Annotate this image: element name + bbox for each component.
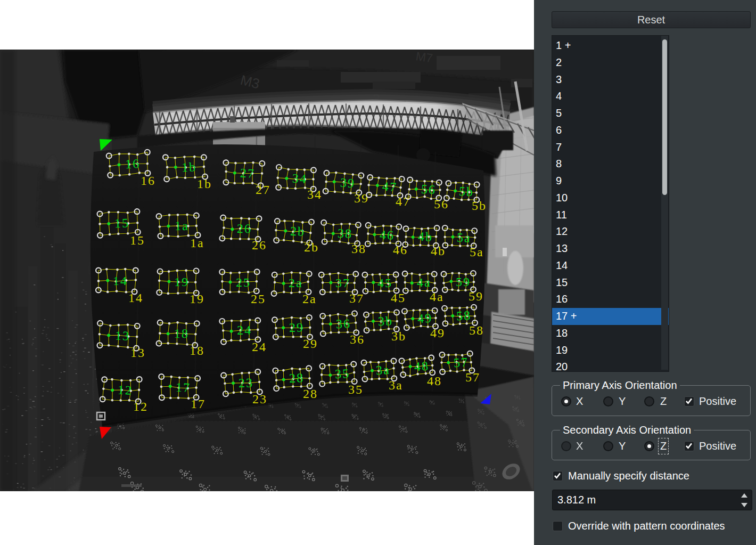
svg-text:3b: 3b — [378, 314, 393, 328]
svg-text:3a: 3a — [389, 378, 403, 392]
svg-text:38: 38 — [338, 226, 353, 241]
svg-text:2a: 2a — [302, 292, 317, 306]
svg-text:3b: 3b — [391, 329, 406, 343]
svg-text:49: 49 — [417, 311, 432, 326]
svg-text:5a: 5a — [470, 245, 484, 259]
svg-text:5b: 5b — [458, 184, 474, 199]
svg-text:1a: 1a — [175, 219, 189, 233]
svg-text:24: 24 — [237, 323, 252, 337]
svg-text:39: 39 — [340, 176, 356, 191]
svg-text:15: 15 — [114, 216, 130, 230]
svg-text:37: 37 — [349, 291, 364, 305]
svg-text:46: 46 — [380, 228, 395, 242]
svg-text:2b: 2b — [304, 240, 319, 254]
svg-text:17: 17 — [191, 397, 206, 411]
svg-text:28: 28 — [289, 371, 304, 385]
svg-text:36: 36 — [350, 332, 365, 346]
svg-text:14: 14 — [128, 291, 143, 305]
svg-text:4b: 4b — [418, 230, 433, 244]
svg-text:46: 46 — [393, 243, 408, 257]
svg-text:35: 35 — [334, 367, 350, 381]
svg-text:19: 19 — [174, 275, 189, 289]
svg-text:4a: 4a — [430, 290, 444, 304]
svg-text:29: 29 — [289, 320, 305, 335]
svg-text:34: 34 — [292, 172, 307, 186]
svg-text:57: 57 — [465, 370, 480, 384]
svg-text:59: 59 — [469, 289, 483, 303]
svg-text:17: 17 — [176, 380, 191, 395]
svg-text:16: 16 — [141, 174, 155, 188]
svg-text:M7: M7 — [415, 50, 433, 65]
svg-text:5b: 5b — [472, 199, 487, 213]
svg-text:37: 37 — [335, 276, 350, 290]
svg-text:24: 24 — [252, 340, 267, 354]
svg-text:59: 59 — [456, 275, 471, 289]
svg-text:16: 16 — [125, 157, 140, 171]
svg-text:12: 12 — [117, 383, 133, 397]
svg-text:2a: 2a — [289, 276, 303, 290]
svg-text:1b: 1b — [182, 160, 197, 174]
svg-text:23: 23 — [252, 392, 267, 406]
svg-text:4a: 4a — [417, 275, 431, 289]
svg-text:5a: 5a — [457, 231, 472, 245]
svg-text:28: 28 — [303, 387, 318, 401]
svg-text:3a: 3a — [375, 363, 390, 377]
svg-text:34: 34 — [307, 188, 322, 201]
svg-text:1b: 1b — [197, 177, 212, 191]
svg-text:38: 38 — [351, 242, 366, 256]
svg-text:18: 18 — [174, 327, 189, 340]
svg-text:1a: 1a — [190, 236, 204, 250]
svg-text:56: 56 — [421, 182, 436, 197]
svg-text:45: 45 — [377, 276, 392, 290]
svg-text:29: 29 — [303, 337, 318, 351]
svg-text:25: 25 — [236, 275, 251, 289]
svg-text:15: 15 — [130, 233, 145, 247]
svg-text:48: 48 — [427, 374, 442, 388]
svg-text:35: 35 — [348, 383, 363, 396]
svg-text:57: 57 — [453, 355, 469, 370]
svg-text:27: 27 — [256, 183, 270, 197]
svg-text:23: 23 — [239, 376, 254, 390]
svg-text:26: 26 — [252, 238, 267, 252]
svg-text:2b: 2b — [290, 224, 306, 239]
svg-text:58: 58 — [456, 308, 471, 323]
svg-text:58: 58 — [469, 323, 484, 337]
svg-text:48: 48 — [414, 359, 430, 373]
svg-text:36: 36 — [336, 316, 351, 331]
svg-text:49: 49 — [430, 326, 445, 340]
svg-text:25: 25 — [251, 292, 266, 306]
svg-text:27: 27 — [240, 166, 255, 181]
svg-text:56: 56 — [434, 197, 449, 211]
svg-text:26: 26 — [237, 222, 252, 235]
svg-text:12: 12 — [133, 400, 148, 413]
svg-text:47: 47 — [382, 180, 398, 194]
svg-text:18: 18 — [190, 344, 204, 357]
svg-text:13: 13 — [130, 346, 145, 360]
svg-text:19: 19 — [190, 292, 204, 306]
svg-text:14: 14 — [113, 274, 128, 288]
svg-text:13: 13 — [115, 329, 130, 343]
